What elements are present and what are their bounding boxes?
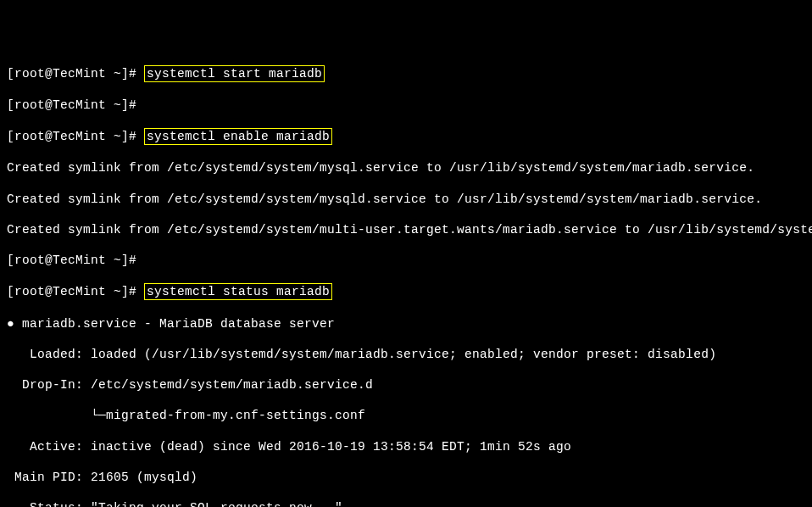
prompt-line-4: [root@TecMint ~]#	[7, 253, 805, 268]
status-dropin-file: └─migrated-from-my.cnf-settings.conf	[7, 408, 805, 423]
shell-prompt: [root@TecMint ~]#	[7, 67, 144, 81]
output-symlink-1: Created symlink from /etc/systemd/system…	[7, 160, 805, 176]
command-start-mariadb[interactable]: systemctl start mariadb	[144, 65, 325, 82]
output-symlink-2: Created symlink from /etc/systemd/system…	[7, 192, 805, 207]
shell-prompt: [root@TecMint ~]#	[7, 98, 144, 112]
shell-prompt: [root@TecMint ~]#	[7, 254, 144, 267]
shell-prompt: [root@TecMint ~]#	[7, 285, 144, 298]
prompt-line-1: [root@TecMint ~]# systemctl start mariad…	[7, 65, 805, 82]
output-symlink-3: Created symlink from /etc/systemd/system…	[7, 222, 805, 237]
prompt-line-2: [root@TecMint ~]#	[7, 98, 805, 113]
status-message: Status: "Taking your SQL requests now...…	[7, 500, 805, 507]
status-header: ● mariadb.service - MariaDB database ser…	[7, 316, 805, 332]
command-status-mariadb[interactable]: systemctl status mariadb	[144, 283, 332, 300]
prompt-line-3: [root@TecMint ~]# systemctl enable maria…	[7, 128, 805, 145]
status-dropin: Drop-In: /etc/systemd/system/mariadb.ser…	[7, 377, 805, 393]
prompt-line-5: [root@TecMint ~]# systemctl status maria…	[7, 283, 805, 300]
status-loaded: Loaded: loaded (/usr/lib/systemd/system/…	[7, 347, 805, 362]
shell-prompt: [root@TecMint ~]#	[7, 130, 144, 143]
status-mainpid: Main PID: 21605 (mysqld)	[7, 470, 805, 485]
command-enable-mariadb[interactable]: systemctl enable mariadb	[144, 128, 332, 145]
status-active: Active: inactive (dead) since Wed 2016-1…	[7, 439, 805, 454]
